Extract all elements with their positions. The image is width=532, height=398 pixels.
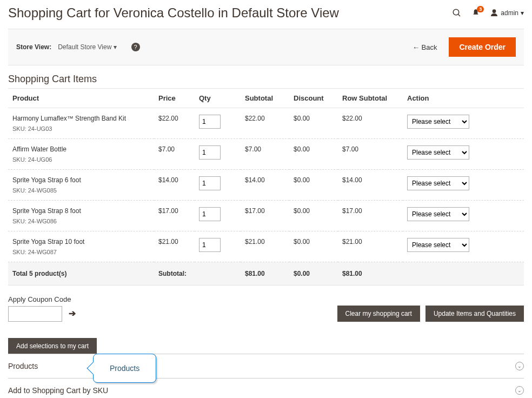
qty-input[interactable] bbox=[199, 115, 221, 129]
action-select[interactable]: Please select bbox=[407, 176, 469, 190]
col-header-product: Product bbox=[8, 89, 154, 108]
action-select[interactable]: Please select bbox=[407, 207, 469, 221]
svg-line-1 bbox=[458, 14, 461, 16]
totals-rowsubtotal: $81.00 bbox=[338, 262, 403, 286]
totals-subtotal-label: Subtotal: bbox=[154, 262, 195, 286]
product-subtotal: $17.00 bbox=[241, 201, 289, 231]
search-icon[interactable] bbox=[452, 8, 462, 18]
action-select[interactable]: Please select bbox=[407, 238, 469, 252]
cart-items-table: Product Price Qty Subtotal Discount Row … bbox=[8, 88, 524, 286]
admin-user-menu[interactable]: admin ▾ bbox=[490, 9, 524, 17]
svg-point-2 bbox=[493, 9, 496, 13]
product-subtotal: $21.00 bbox=[241, 231, 289, 262]
product-sku: SKU: 24-WG087 bbox=[12, 249, 150, 255]
accordion-products[interactable]: Products ⌄ Products bbox=[8, 354, 524, 379]
product-discount: $0.00 bbox=[289, 139, 338, 170]
create-order-button[interactable]: Create Order bbox=[449, 37, 516, 57]
coupon-input[interactable] bbox=[8, 306, 62, 322]
cart-row: Affirm Water BottleSKU: 24-UG06 $7.00 $7… bbox=[8, 139, 524, 170]
product-name: Sprite Yoga Strap 10 foot bbox=[12, 238, 150, 246]
product-discount: $0.00 bbox=[289, 231, 338, 262]
product-price: $21.00 bbox=[154, 231, 195, 262]
product-sku: SKU: 24-UG03 bbox=[12, 125, 150, 132]
product-name: Sprite Yoga Strap 6 foot bbox=[12, 176, 150, 184]
product-discount: $0.00 bbox=[289, 201, 338, 231]
page-title: Shopping Cart for Veronica Costello in D… bbox=[8, 5, 339, 21]
product-rowsubtotal: $7.00 bbox=[338, 139, 403, 170]
cart-row: Sprite Yoga Strap 6 footSKU: 24-WG085 $1… bbox=[8, 170, 524, 201]
accordion-add-by-sku[interactable]: Add to Shopping Cart by SKU ⌄ bbox=[8, 379, 524, 398]
admin-username: admin bbox=[501, 9, 518, 17]
qty-input[interactable] bbox=[199, 238, 221, 252]
add-selections-button[interactable]: Add selections to my cart bbox=[8, 338, 97, 354]
qty-input[interactable] bbox=[199, 176, 221, 190]
col-header-action: Action bbox=[403, 89, 524, 108]
product-sku: SKU: 24-WG086 bbox=[12, 218, 150, 224]
chevron-down-icon: ▾ bbox=[521, 9, 524, 17]
store-view-label: Store View: bbox=[16, 43, 51, 51]
product-rowsubtotal: $17.00 bbox=[338, 201, 403, 231]
product-sku: SKU: 24-UG06 bbox=[12, 156, 150, 163]
product-discount: $0.00 bbox=[289, 108, 338, 139]
apply-coupon-button[interactable]: ➔ bbox=[69, 308, 76, 319]
product-rowsubtotal: $21.00 bbox=[338, 231, 403, 262]
col-header-rowsubtotal: Row Subtotal bbox=[338, 89, 403, 108]
totals-label: Total 5 product(s) bbox=[8, 262, 154, 286]
qty-input[interactable] bbox=[199, 207, 221, 221]
action-select[interactable]: Please select bbox=[407, 145, 469, 160]
notification-badge: 3 bbox=[477, 6, 484, 12]
totals-discount: $0.00 bbox=[289, 262, 338, 286]
product-name: Harmony Lumaflex™ Strength Band Kit bbox=[12, 115, 150, 122]
product-price: $17.00 bbox=[154, 201, 195, 231]
qty-input[interactable] bbox=[199, 145, 221, 160]
product-name: Affirm Water Bottle bbox=[12, 145, 150, 153]
product-price: $7.00 bbox=[154, 139, 195, 170]
svg-point-0 bbox=[454, 9, 460, 15]
cart-row: Sprite Yoga Strap 8 footSKU: 24-WG086 $1… bbox=[8, 201, 524, 231]
tooltip-products: Products bbox=[93, 354, 156, 383]
help-icon[interactable]: ? bbox=[131, 43, 140, 51]
product-rowsubtotal: $22.00 bbox=[338, 108, 403, 139]
update-items-button[interactable]: Update Items and Quantities bbox=[425, 306, 524, 322]
col-header-discount: Discount bbox=[289, 89, 338, 108]
product-name: Sprite Yoga Strap 8 foot bbox=[12, 207, 150, 215]
totals-subtotal: $81.00 bbox=[241, 262, 289, 286]
store-view-select[interactable]: Default Store View ▾ bbox=[58, 43, 117, 51]
chevron-down-icon: ⌄ bbox=[515, 362, 524, 370]
cart-row: Harmony Lumaflex™ Strength Band KitSKU: … bbox=[8, 108, 524, 139]
product-subtotal: $7.00 bbox=[241, 139, 289, 170]
product-price: $14.00 bbox=[154, 170, 195, 201]
coupon-label: Apply Coupon Code bbox=[8, 295, 76, 303]
product-discount: $0.00 bbox=[289, 170, 338, 201]
chevron-down-icon: ⌄ bbox=[515, 386, 524, 395]
product-rowsubtotal: $14.00 bbox=[338, 170, 403, 201]
col-header-qty: Qty bbox=[195, 89, 241, 108]
back-button[interactable]: ← Back bbox=[406, 39, 444, 56]
product-subtotal: $14.00 bbox=[241, 170, 289, 201]
col-header-subtotal: Subtotal bbox=[241, 89, 289, 108]
col-header-price: Price bbox=[154, 89, 195, 108]
clear-cart-button[interactable]: Clear my shopping cart bbox=[337, 306, 420, 322]
product-subtotal: $22.00 bbox=[241, 108, 289, 139]
product-sku: SKU: 24-WG085 bbox=[12, 187, 150, 194]
action-select[interactable]: Please select bbox=[407, 115, 469, 129]
cart-row: Sprite Yoga Strap 10 footSKU: 24-WG087 $… bbox=[8, 231, 524, 262]
notifications-icon[interactable]: 3 bbox=[471, 9, 480, 17]
section-title-cart-items: Shopping Cart Items bbox=[8, 74, 524, 85]
product-price: $22.00 bbox=[154, 108, 195, 139]
